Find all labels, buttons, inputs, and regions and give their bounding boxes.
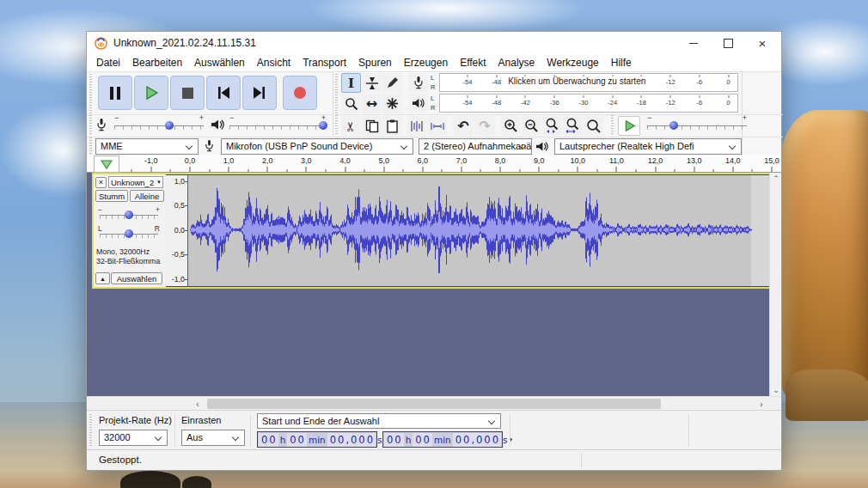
ruler-tick	[616, 167, 617, 172]
menu-transport[interactable]: Transport	[296, 54, 352, 71]
project-rate-select[interactable]: 32000	[99, 430, 168, 446]
skip-to-end-button[interactable]	[242, 76, 277, 110]
playback-volume-slider[interactable]: −+	[229, 116, 326, 131]
play-speed-slider[interactable]: −+	[647, 116, 747, 131]
waveform-area[interactable]	[188, 174, 771, 287]
menu-analyse[interactable]: Analyse	[492, 54, 541, 71]
vertical-scale-label: 0,5	[174, 201, 185, 210]
minimize-button[interactable]	[676, 32, 711, 54]
play-button[interactable]	[134, 76, 168, 110]
menu-auswaehlen[interactable]: Auswählen	[188, 54, 251, 71]
track-gain-slider[interactable]: −+	[98, 207, 160, 221]
selection-start-time[interactable]: 00h 00min 00,000s ▾	[257, 431, 377, 448]
paste-button[interactable]	[382, 116, 402, 136]
menu-erzeugen[interactable]: Erzeugen	[398, 54, 454, 71]
skip-to-start-button[interactable]	[206, 76, 241, 110]
selection-mode-select[interactable]: Start und Ende der Auswahl	[257, 413, 501, 429]
transport-toolbar-grip[interactable]	[89, 74, 92, 113]
menu-werkzeuge[interactable]: Werkzeuge	[541, 54, 604, 71]
zoom-selection-button[interactable]	[542, 116, 562, 136]
undo-button[interactable]: ↶	[453, 116, 474, 136]
scroll-right-arrow-icon[interactable]: ›	[755, 398, 767, 410]
meter-scale-label: 0	[727, 99, 730, 107]
snap-to-select[interactable]: Aus	[181, 430, 245, 446]
redo-button[interactable]: ↷	[474, 116, 495, 136]
menu-spuren[interactable]: Spuren	[352, 54, 398, 71]
stop-button[interactable]	[170, 76, 205, 110]
audio-host-select[interactable]: MME	[95, 138, 199, 155]
track-name-menu[interactable]: Unknown_2▼	[108, 176, 163, 188]
input-channels-select[interactable]: 2 (Stereo) Aufnahmekanäle	[419, 138, 532, 155]
scroll-down-arrow-icon[interactable]: ⌄	[770, 384, 782, 396]
meter-tick	[525, 95, 526, 98]
ruler-tick	[364, 169, 365, 172]
timeline-ruler[interactable]: -1,00,01,02,03,04,05,06,07,08,09,010,011…	[121, 155, 774, 172]
record-meter-mic-button[interactable]	[408, 73, 428, 92]
track-collapse-button[interactable]: ▲	[95, 272, 110, 284]
play-speed-thumb[interactable]	[669, 121, 678, 130]
ruler-label: 15,0	[764, 156, 779, 165]
play-at-speed-button[interactable]	[618, 116, 640, 136]
draw-tool-button[interactable]	[382, 73, 402, 93]
pin-triangle-icon	[101, 160, 113, 169]
selection-tool-button[interactable]: I	[341, 73, 361, 93]
vertical-scrollbar[interactable]: ⌃ ⌄	[769, 173, 781, 396]
pause-button[interactable]	[98, 76, 132, 110]
input-device-select[interactable]: Mikrofon (USB PnP Sound Device)	[221, 138, 413, 155]
recording-volume-slider[interactable]: −+	[114, 116, 204, 131]
track-pan-slider[interactable]: LR	[98, 226, 160, 240]
copy-button[interactable]	[362, 116, 382, 136]
zoom-in-button[interactable]	[501, 116, 521, 136]
menu-hilfe[interactable]: Hilfe	[605, 54, 638, 71]
menu-ansicht[interactable]: Ansicht	[251, 54, 296, 71]
track-select-button[interactable]: Auswählen	[111, 272, 162, 284]
envelope-tool-button[interactable]	[362, 73, 382, 93]
silence-selection-button[interactable]	[427, 116, 447, 136]
maximize-button[interactable]	[711, 32, 745, 54]
playback-meter[interactable]: -54-48-42-36-30-24-18-12-60	[439, 94, 738, 113]
trim-outside-selection-button[interactable]	[406, 116, 426, 136]
output-device-select[interactable]: Lautsprecher (Realtek High Defi	[554, 138, 742, 155]
horizontal-scroll-thumb[interactable]	[207, 399, 661, 409]
device-toolbar-grip[interactable]	[89, 137, 92, 155]
menu-datei[interactable]: Datei	[90, 54, 126, 71]
speed-toolbar-grip[interactable]	[611, 115, 614, 136]
timeshift-tool-button[interactable]: ↔	[362, 94, 382, 113]
track-close-button[interactable]: ×	[95, 177, 107, 188]
track-mute-button[interactable]: Stumm	[95, 190, 128, 202]
playback-meter-speaker-button[interactable]	[408, 94, 428, 113]
multi-tool-button[interactable]	[382, 94, 402, 113]
recording-volume-thumb[interactable]	[165, 121, 174, 130]
track-solo-button[interactable]: Alleine	[130, 190, 164, 202]
title-bar[interactable]: Unknown_2021.02.24.11.15.31 ×	[87, 32, 781, 54]
playback-volume-thumb[interactable]	[319, 121, 327, 130]
scroll-up-arrow-icon[interactable]: ⌃	[770, 173, 782, 185]
zoom-fit-project-button[interactable]	[563, 116, 583, 136]
waveform-canvas[interactable]	[188, 175, 769, 284]
horizontal-scrollbar[interactable]: ‹ ›	[87, 396, 781, 410]
tools-toolbar-grip[interactable]	[335, 74, 338, 113]
zoom-in-icon	[504, 119, 518, 133]
mixer-toolbar-grip[interactable]	[89, 115, 92, 136]
scroll-left-arrow-icon[interactable]: ‹	[192, 398, 204, 410]
meter-scale-label: -36	[550, 99, 559, 107]
zoom-toggle-button[interactable]	[584, 116, 603, 136]
menu-bearbeiten[interactable]: Bearbeiten	[126, 54, 188, 71]
record-button[interactable]	[283, 76, 317, 110]
selection-end-time[interactable]: 00h 00min 00,000s ▾	[382, 431, 503, 448]
track-pan-thumb[interactable]	[125, 229, 133, 238]
recording-meter[interactable]: -54-48-42-36-30-24-18-12-60Klicken um Üb…	[439, 73, 738, 92]
cut-button[interactable]: ✂	[341, 116, 361, 136]
vertical-scale-ruler[interactable]: 1,00,50,0-0,5-1,0	[166, 174, 188, 287]
timeline-pin-button[interactable]	[94, 156, 119, 173]
ruler-tick	[752, 169, 753, 172]
speaker-icon	[412, 97, 425, 109]
track-workspace[interactable]: × Unknown_2▼ Stumm Alleine −+ LR	[87, 173, 781, 396]
zoom-tool-button[interactable]	[341, 94, 361, 113]
close-button[interactable]: ×	[745, 32, 779, 54]
track-gain-thumb[interactable]	[125, 210, 133, 219]
edit-toolbar-grip[interactable]	[335, 115, 338, 136]
menu-effekt[interactable]: Effekt	[454, 54, 492, 71]
selection-toolbar-grip[interactable]	[89, 414, 92, 447]
zoom-out-button[interactable]	[522, 116, 541, 136]
